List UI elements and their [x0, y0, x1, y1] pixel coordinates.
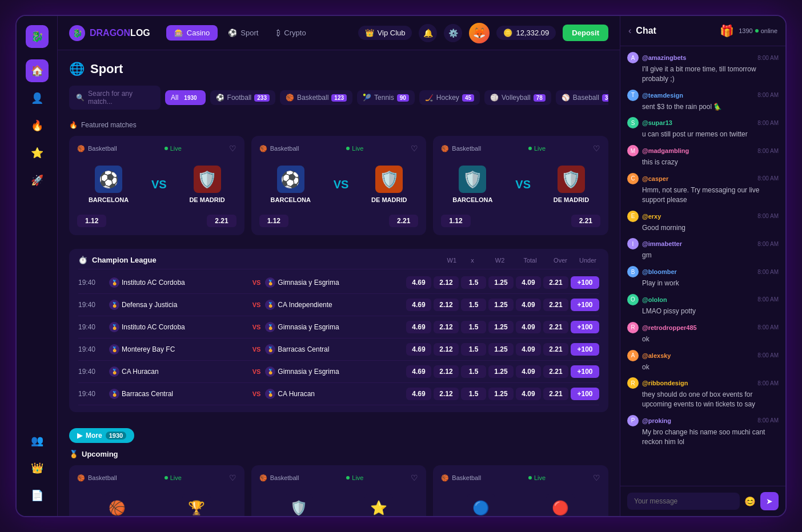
balance-display: 🪙 12,332.09 [496, 26, 556, 40]
upcoming-label: 🏅 Upcoming [69, 450, 608, 458]
team1-2: 🛡️ BARCELONA [452, 166, 492, 203]
odd2-button-1[interactable]: 2.21 [389, 215, 418, 227]
chat-message: P @proking 8:00 AM My bro change his nam… [627, 415, 779, 447]
vs-text-1: VS [334, 178, 349, 191]
chat-message: I @immabetter 8:00 AM gm [627, 238, 779, 260]
sidebar-item-rocket[interactable]: 🚀 [26, 169, 49, 192]
send-button[interactable]: ➤ [760, 492, 779, 510]
card-sport-0: 🏀Basketball [77, 145, 117, 152]
sidebar-item-star[interactable]: ⭐ [26, 142, 49, 164]
casino-icon: 🎰 [174, 29, 183, 37]
chat-message: R @retrodropper485 8:00 AM ok [627, 322, 779, 344]
match-row-4: 19:40 🏅 CA Huracan VS 🏅 Gimnasia y Esgri… [78, 361, 599, 383]
vip-badge[interactable]: 👑 Vip Club [358, 26, 412, 40]
sidebar-item-crown[interactable]: 👑 [26, 457, 49, 479]
nav-right: 👑 Vip Club 🔔 ⚙️ 🦊 🪙 12,332.09 Deposit [358, 23, 608, 43]
avatar[interactable]: 🦊 [469, 23, 490, 43]
match-row-1: 19:40 🏅 Defensa y Justicia VS 🏅 CA Indep… [78, 294, 599, 316]
brand: 🐉 DRAGONLOG [69, 25, 150, 41]
chat-message: M @madgambling 8:00 AM this is crazy [627, 145, 779, 167]
chat-online-count: 1390 online [739, 27, 777, 34]
match-row-0: 19:40 🏅 Instituto AC Cordoba VS 🏅 Gimnas… [78, 272, 599, 294]
team2-2: 🛡️ DE MADRID [554, 166, 589, 203]
filter-bar: 🔍 Search for any match... All 1930 ⚽Foot… [69, 86, 608, 110]
nav-tab-sport[interactable]: ⚽ Sport [220, 25, 266, 41]
sidebar-item-home[interactable]: 🏠 [26, 59, 49, 82]
chat-message: C @casper 8:00 AM Hmm, not sure. Try mes… [627, 173, 779, 205]
filter-football[interactable]: ⚽Football233 [210, 90, 275, 105]
card-sport-1: 🏀Basketball [259, 145, 299, 152]
team2-1: 🛡️ DE MADRID [371, 166, 407, 203]
featured-card-2: 🏀Basketball Live ♡ 🛡️ BARCELONA VS [433, 136, 608, 235]
deposit-button[interactable]: Deposit [563, 25, 608, 41]
sidebar-item-person[interactable]: 👤 [26, 87, 49, 110]
filter-tennis[interactable]: 🎾Tennis90 [357, 90, 415, 105]
coin-icon: 🪙 [503, 29, 512, 37]
odd1-button-0[interactable]: 1.12 [77, 215, 106, 227]
featured-cards: 🏀Basketball Live ♡ ⚽ BARCELONA VS [69, 136, 608, 235]
sport-globe-icon: 🌐 [69, 62, 85, 76]
settings-button[interactable]: ⚙️ [444, 24, 462, 42]
favorite-button-2[interactable]: ♡ [593, 144, 600, 153]
nav-tabs: 🎰 Casino ⚽ Sport ₿ Crypto [166, 25, 314, 41]
sport-icon: ⚽ [228, 29, 237, 37]
crown-icon: 👑 [365, 29, 374, 37]
chat-back-button[interactable]: ‹ [628, 26, 631, 36]
chat-message: B @bloomber 8:00 AM Play in work [627, 266, 779, 288]
filter-basketball[interactable]: 🏀Basketball123 [280, 90, 352, 105]
more-button[interactable]: ▶ More 1930 [69, 428, 134, 443]
odd2-button-0[interactable]: 2.21 [207, 215, 236, 227]
emoji-button[interactable]: 😊 [744, 496, 756, 507]
match-row-3: 19:40 🏅 Monterey Bay FC VS 🏅 Barracas Ce… [78, 338, 599, 361]
search-box[interactable]: 🔍 Search for any match... [69, 86, 161, 110]
filter-baseball[interactable]: ⚾Baseball34 [556, 90, 608, 105]
brand-name: DRAGONLOG [90, 28, 150, 38]
filter-all[interactable]: All 1930 [165, 90, 206, 105]
main-content: 🐉 DRAGONLOG 🎰 Casino ⚽ Sport ₿ Crypto [58, 16, 620, 516]
chat-panel: ‹ Chat 🎁 1390 online A @amazingbets 8:00… [620, 16, 785, 516]
upcoming-icon: 🏅 [69, 450, 78, 458]
more-icon: ▶ [77, 432, 82, 440]
chat-message: T @teamdesign 8:00 AM sent $3 to the rai… [627, 90, 779, 112]
team2-0: 🛡️ DE MADRID [189, 166, 224, 203]
notification-button[interactable]: 🔔 [419, 24, 437, 42]
chat-message: O @ololon 8:00 AM LMAO pissy potty [627, 294, 779, 316]
card-sport-2: 🏀Basketball [441, 145, 481, 152]
live-badge-2: Live [528, 145, 546, 152]
gift-icon: 🎁 [720, 24, 734, 38]
upcoming-fav-2[interactable]: ♡ [593, 473, 600, 482]
upcoming-fav-0[interactable]: ♡ [229, 473, 236, 482]
odd2-button-2[interactable]: 2.21 [571, 215, 600, 227]
nav-tab-crypto[interactable]: ₿ Crypto [268, 25, 314, 41]
top-nav: 🐉 DRAGONLOG 🎰 Casino ⚽ Sport ₿ Crypto [58, 16, 620, 50]
search-icon: 🔍 [76, 94, 85, 102]
sidebar-item-doc[interactable]: 📄 [26, 484, 49, 507]
league-header: ⏱️ Champion League W1 x W2 Total Over Un… [78, 256, 599, 269]
sidebar-item-users[interactable]: 👥 [26, 429, 49, 452]
match-row-2: 19:40 🏅 Instituto AC Cordoba VS 🏅 Gimnas… [78, 316, 599, 338]
sidebar-item-fire[interactable]: 🔥 [26, 114, 49, 137]
live-badge-1: Live [346, 145, 363, 152]
odd1-button-2[interactable]: 1.12 [441, 215, 470, 227]
chat-title: Chat [636, 26, 715, 36]
filter-volleyball[interactable]: 🏐Volleyball78 [484, 90, 551, 105]
sport-area: 🌐 Sport 🔍 Search for any match... All 19… [58, 50, 620, 516]
chat-message: A @alexsky 8:00 AM ok [627, 350, 779, 372]
page-title: 🌐 Sport [69, 62, 608, 76]
nav-tab-casino[interactable]: 🎰 Casino [166, 25, 218, 41]
chat-message: R @ribbondesign 8:00 AM they should do o… [627, 377, 779, 409]
odd1-button-1[interactable]: 1.12 [259, 215, 288, 227]
favorite-button-0[interactable]: ♡ [229, 144, 236, 153]
brand-logo[interactable]: 🐉 [26, 25, 49, 48]
filter-hockey[interactable]: 🏒Hockey45 [419, 90, 480, 105]
favorite-button-1[interactable]: ♡ [411, 144, 418, 153]
team1-1: ⚽ BARCELONA [271, 166, 311, 203]
upcoming-fav-1[interactable]: ♡ [411, 473, 418, 482]
chat-input[interactable] [627, 493, 740, 510]
match-row-5: 19:40 🏅 Barracas Central VS 🏅 CA Huracan… [78, 383, 599, 405]
featured-label: 🔥 Featured matches [69, 121, 608, 129]
upcoming-card-2: 🏀Basketball Live ♡ 🔵 🔴 [433, 465, 608, 516]
chat-header: ‹ Chat 🎁 1390 online [620, 16, 785, 46]
chat-message: S @supar13 8:00 AM u can still post ur m… [627, 117, 779, 139]
featured-card-1: 🏀Basketball Live ♡ ⚽ BARCELONA VS [251, 136, 427, 235]
